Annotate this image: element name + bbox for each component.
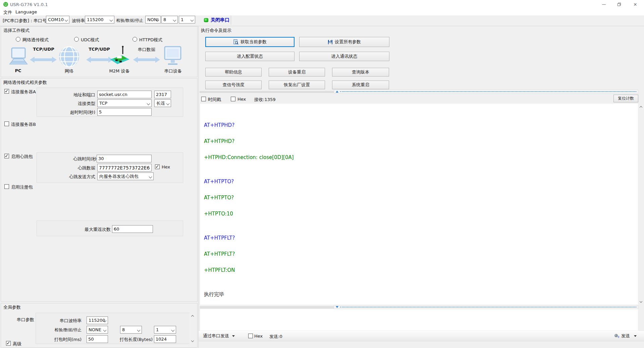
log-hex-label[interactable]: Hex bbox=[237, 97, 246, 102]
scroll-down-button[interactable] bbox=[638, 299, 644, 305]
menu-file[interactable]: 文件 bbox=[3, 9, 12, 15]
signal-strength-label: 查信号强度 bbox=[223, 82, 245, 88]
app-window: USR-G776 V1.0.1 ✕ 文件 Language [PC串口参数]：串… bbox=[0, 0, 644, 348]
query-version-button[interactable]: 查询版本 bbox=[332, 68, 389, 77]
send-toolbar: 通过串口发送 Hex 发送:0 发送 bbox=[199, 331, 644, 341]
radio-udc-mode[interactable] bbox=[74, 37, 79, 42]
g-stopbits-select[interactable]: 1 bbox=[154, 326, 176, 334]
device-reboot-button[interactable]: 设备重启 bbox=[269, 68, 325, 77]
send-hex-label[interactable]: Hex bbox=[254, 334, 263, 339]
timestamp-label[interactable]: 时间戳 bbox=[208, 97, 221, 103]
server-a-label[interactable]: 连接服务器A bbox=[11, 89, 36, 95]
get-params-label: 获取当前参数 bbox=[240, 39, 267, 45]
globalparams-scrollbar[interactable] bbox=[190, 313, 195, 344]
hb-data-input[interactable] bbox=[97, 164, 152, 171]
signal-strength-button[interactable]: 查信号强度 bbox=[205, 81, 262, 89]
get-params-button[interactable]: 获取当前参数 bbox=[205, 37, 294, 47]
splitter-dotted-line bbox=[340, 91, 636, 92]
menu-language[interactable]: Language bbox=[15, 9, 37, 14]
packlen-input[interactable] bbox=[154, 335, 176, 343]
set-params-button[interactable]: 设置所有参数 bbox=[299, 37, 389, 47]
keepalive-select[interactable]: 长连 bbox=[154, 99, 171, 107]
netparams-group-title: 网络透传模式相关参数 bbox=[3, 80, 47, 86]
databits-select[interactable]: 8 bbox=[161, 16, 178, 23]
send-via-dropdown[interactable]: 通过串口发送 bbox=[203, 333, 235, 339]
server-port-input[interactable] bbox=[154, 91, 171, 98]
radio-net-transparent-label[interactable]: 网络透传模式 bbox=[22, 37, 49, 43]
conn-type-select[interactable]: TCP bbox=[97, 99, 152, 107]
parity-select[interactable]: NONI bbox=[145, 16, 161, 23]
log-hex-checkbox[interactable] bbox=[231, 97, 235, 101]
system-reboot-button[interactable]: 系统重启 bbox=[332, 81, 389, 89]
send-button[interactable]: 发送 bbox=[614, 333, 637, 339]
radio-httpd-mode[interactable] bbox=[132, 37, 137, 42]
factory-reset-button[interactable]: 恢复出厂设置 bbox=[269, 81, 325, 89]
radio-httpd-label[interactable]: HTTPD模式 bbox=[139, 37, 162, 43]
m2m-device-icon bbox=[109, 45, 130, 67]
log-scrollbar[interactable] bbox=[638, 104, 644, 305]
advanced-label[interactable]: 高级 bbox=[13, 341, 21, 347]
close-serial-port-button[interactable]: 关闭串口 bbox=[204, 15, 229, 25]
g-databits-select[interactable]: 8 bbox=[120, 326, 142, 334]
send-splitter-groove[interactable] bbox=[200, 307, 334, 308]
stopbits-select[interactable]: 1 bbox=[179, 16, 195, 23]
log-line: AT+HTPTO? bbox=[204, 190, 638, 206]
chevron-down-icon bbox=[166, 102, 170, 105]
baud-select[interactable]: 115200 bbox=[85, 16, 114, 23]
log-splitter-groove[interactable] bbox=[200, 91, 334, 93]
workmode-group: 选择工作模式 网络透传模式 UDC模式 HTTPD模式 PC TCP/UDP 网… bbox=[1, 26, 198, 77]
enter-comm-button[interactable]: 进入通讯状态 bbox=[299, 52, 389, 61]
timestamp-checkbox[interactable] bbox=[201, 97, 206, 101]
help-button[interactable]: 帮助信息 bbox=[205, 68, 262, 77]
server-a-checkbox[interactable] bbox=[4, 89, 9, 94]
radio-net-transparent-mode[interactable] bbox=[16, 37, 20, 42]
chevron-down-icon bbox=[65, 18, 68, 22]
system-reboot-label: 系统重启 bbox=[352, 82, 369, 88]
hb-hex-checkbox[interactable] bbox=[155, 164, 160, 169]
reset-count-button[interactable]: 复位计数 bbox=[613, 95, 638, 102]
query-version-label: 查询版本 bbox=[352, 69, 369, 75]
regpack-checkbox[interactable] bbox=[4, 184, 9, 189]
advanced-checkbox[interactable] bbox=[6, 341, 11, 346]
restore-button[interactable] bbox=[611, 0, 627, 9]
log-line: +HTPTO:10 bbox=[204, 206, 638, 222]
device-reboot-label: 设备重启 bbox=[288, 69, 306, 75]
send-hex-checkbox[interactable] bbox=[248, 334, 253, 338]
enter-config-button[interactable]: 进入配置状态 bbox=[205, 52, 294, 61]
server-b-label[interactable]: 连接服务器B bbox=[11, 121, 36, 128]
log-output-area[interactable]: AT+HTPHD? AT+HTPHD? +HTPHD:Connection: c… bbox=[200, 104, 638, 305]
server-addr-input[interactable] bbox=[97, 91, 152, 98]
scroll-down-button[interactable] bbox=[190, 338, 195, 344]
hb-hex-label[interactable]: Hex bbox=[162, 164, 170, 169]
com-port-select[interactable]: COM10 bbox=[46, 16, 69, 23]
restore-icon bbox=[618, 3, 621, 6]
g-parity-select[interactable]: NONE bbox=[87, 326, 108, 334]
serial-params-label: 串口参数 bbox=[17, 317, 34, 323]
scroll-up-button[interactable] bbox=[638, 104, 644, 109]
heartbeat-checkbox[interactable] bbox=[4, 154, 9, 158]
hb-time-input[interactable] bbox=[97, 155, 152, 162]
g-databits-value: 8 bbox=[122, 327, 125, 332]
splitter-dotted-line bbox=[340, 307, 636, 307]
g-baud-select[interactable]: 115200 bbox=[87, 316, 108, 324]
close-button[interactable]: ✕ bbox=[627, 0, 644, 9]
server-b-checkbox[interactable] bbox=[4, 121, 9, 126]
log-line: +HTPFLT:ON bbox=[204, 262, 638, 278]
pc-serial-params-label: [PC串口参数]：串口号 bbox=[3, 18, 47, 24]
hb-mode-select[interactable]: 向服务器发送心跳包 bbox=[97, 172, 154, 180]
chevron-down-icon bbox=[147, 102, 150, 105]
stopbits-value: 1 bbox=[181, 17, 183, 22]
radio-udc-label[interactable]: UDC模式 bbox=[81, 37, 99, 43]
log-splitter-handle[interactable] bbox=[334, 90, 638, 94]
send-input-area[interactable] bbox=[200, 309, 638, 331]
chevron-down-icon bbox=[103, 329, 107, 332]
regpack-label[interactable]: 启用注册包 bbox=[11, 184, 33, 190]
scroll-up-button[interactable] bbox=[190, 313, 195, 318]
command-panel-title: 执行命令及提示 bbox=[201, 28, 231, 34]
panel-divider bbox=[198, 26, 199, 348]
send-splitter-handle[interactable] bbox=[334, 305, 638, 309]
heartbeat-label[interactable]: 启用心跳包 bbox=[11, 154, 33, 160]
timeout-input[interactable] bbox=[97, 108, 152, 116]
minimize-button[interactable] bbox=[596, 0, 611, 9]
reconnect-input[interactable] bbox=[112, 225, 153, 233]
